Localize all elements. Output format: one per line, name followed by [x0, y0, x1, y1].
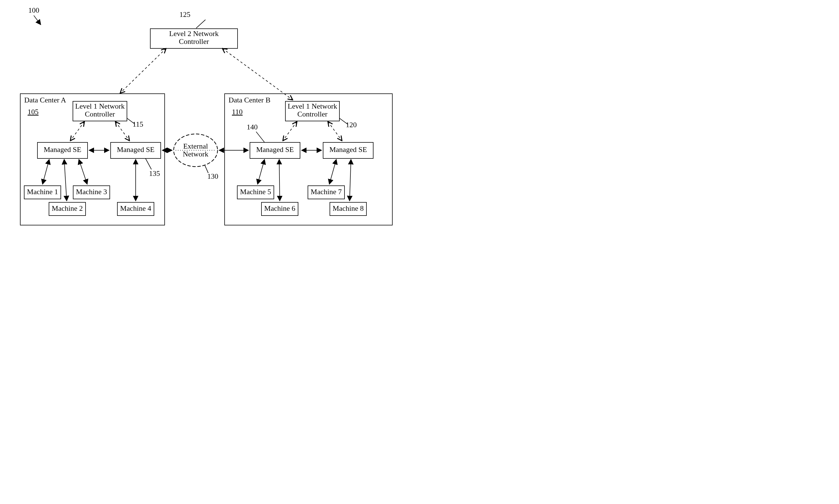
dc-a-se-right-ref: 135 [149, 169, 160, 178]
conn-l1a-ser [115, 122, 129, 141]
conn-l1b-sel [283, 122, 297, 141]
l2-controller-line2: Controller [179, 37, 209, 46]
conn-l2-to-l1b [222, 49, 293, 100]
machine-2-label: Machine 2 [52, 204, 83, 213]
l2-controller-line1: Level 2 Network [169, 30, 219, 38]
external-network-line1: External [183, 142, 208, 150]
conn-l1a-sel [70, 122, 85, 141]
external-network-ref-tick [205, 165, 208, 173]
conn-seb-m6 [279, 159, 280, 201]
dc-b-l1-line2: Controller [298, 110, 327, 118]
dc-b-l1-ref: 120 [346, 121, 357, 129]
dc-b-se-left-label: Managed SE [256, 145, 294, 154]
dc-a-se-right-label: Managed SE [117, 145, 155, 154]
conn-sea-m1 [42, 159, 49, 184]
machine-4-label: Machine 4 [120, 204, 151, 213]
dc-b-ref: 110 [232, 108, 243, 116]
machine-5-label: Machine 5 [240, 188, 271, 196]
dc-a-l1-ref: 115 [132, 120, 143, 128]
dc-a-l1-line1: Level 1 Network [75, 102, 125, 110]
conn-l1b-ser [328, 122, 342, 141]
machine-3-label: Machine 3 [76, 188, 107, 196]
diagram-root: 100 Level 2 Network Controller 125 Data … [0, 0, 420, 252]
figure-ref-arrow [34, 16, 41, 25]
dc-b-se-left-ref-tick [256, 132, 265, 142]
external-network-line2: Network [183, 150, 209, 158]
machine-6-label: Machine 6 [264, 204, 295, 213]
conn-seb-m8 [350, 159, 351, 201]
conn-sea-m2 [64, 159, 67, 201]
figure-ref-100: 100 [29, 6, 39, 14]
dc-b-l1-line1: Level 1 Network [288, 102, 337, 110]
conn-l2-to-l1a [120, 49, 166, 93]
dc-a-l1-line2: Controller [85, 110, 115, 118]
dc-b-se-right-label: Managed SE [329, 145, 367, 154]
dc-a-se-right-ref-tick [145, 158, 151, 169]
l2-controller-ref: 125 [180, 11, 191, 19]
external-network-ref: 130 [208, 172, 218, 180]
dc-a-se-left-label: Managed SE [43, 145, 81, 154]
dc-a-title: Data Center A [24, 96, 66, 104]
conn-seb-m7 [329, 159, 336, 184]
conn-seb-m5 [257, 159, 265, 184]
conn-sea-m3 [79, 159, 87, 184]
machine-8-label: Machine 8 [333, 204, 364, 213]
dc-b-title: Data Center B [229, 96, 270, 104]
dc-a-ref: 105 [28, 108, 39, 116]
machine-1-label: Machine 1 [27, 188, 58, 196]
machine-7-label: Machine 7 [311, 188, 342, 196]
dc-b-se-left-ref: 140 [247, 123, 258, 131]
l2-ref-tick [196, 20, 206, 28]
